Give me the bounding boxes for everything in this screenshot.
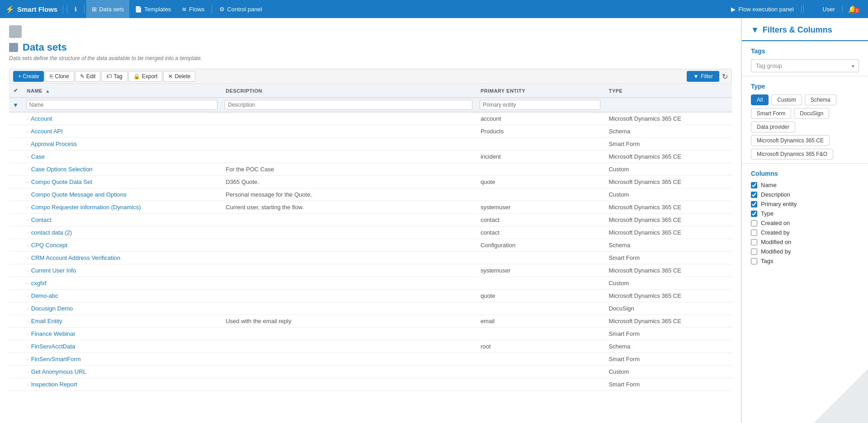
col-label-description: Description	[761, 191, 790, 198]
filter-description-input[interactable]	[225, 100, 472, 110]
row-check-cell[interactable]	[9, 328, 23, 340]
row-check-cell[interactable]	[9, 302, 23, 315]
filter-desc-cell[interactable]	[221, 98, 476, 112]
filter-button[interactable]: ▼ Filter	[687, 71, 719, 82]
row-check-cell[interactable]	[9, 353, 23, 366]
check-all-icon[interactable]: ✔	[14, 88, 18, 93]
col-checkbox-primary-entity[interactable]	[751, 201, 757, 207]
row-description-cell	[221, 150, 476, 163]
col-checkbox-tags[interactable]	[751, 258, 757, 264]
col-checkbox-name[interactable]	[751, 182, 757, 188]
row-check-cell[interactable]	[9, 163, 23, 176]
type-filter-btn-microsoft-dynamics-365-f&o[interactable]: Microsoft Dynamics 365 F&O	[751, 149, 833, 160]
row-name-link[interactable]: Get Anonymous URL	[31, 368, 86, 375]
row-type-cell: Smart Form	[604, 252, 732, 264]
row-name-link[interactable]: Compo Quote Data Set	[31, 179, 92, 185]
type-filter-btn-microsoft-dynamics-365-ce[interactable]: Microsoft Dynamics 365 CE	[751, 135, 830, 146]
filter-name-cell[interactable]	[23, 98, 222, 112]
row-name-link[interactable]: Current User Info	[31, 267, 76, 274]
row-check-cell[interactable]	[9, 290, 23, 302]
filter-entity-input[interactable]	[480, 100, 601, 110]
col-checkbox-created-by[interactable]	[751, 230, 757, 236]
row-name-link[interactable]: Finance Webinar	[31, 330, 75, 337]
type-filter-btn-schema[interactable]: Schema	[805, 94, 836, 105]
clone-button[interactable]: ⎘ Clone	[45, 71, 74, 82]
export-button[interactable]: 🔒 Export	[128, 71, 163, 82]
row-check-cell[interactable]	[9, 340, 23, 353]
type-filter-btn-smart-form[interactable]: Smart Form	[751, 108, 791, 119]
row-check-cell[interactable]	[9, 366, 23, 378]
refresh-button[interactable]: ↻	[722, 72, 728, 81]
row-check-cell[interactable]	[9, 112, 23, 125]
table-row: · Email Entity Used with the email reply…	[9, 315, 732, 328]
row-check-cell[interactable]	[9, 138, 23, 150]
nav-templates[interactable]: 📄 Templates	[129, 0, 176, 18]
row-name-link[interactable]: Compo Requester information (Dynamics)	[31, 204, 141, 211]
row-name-link[interactable]: Inspection Report	[31, 381, 77, 388]
row-name-link[interactable]: Approval Process	[31, 141, 77, 147]
row-dot: ·	[27, 242, 29, 249]
edit-button[interactable]: ✎ Edit	[75, 71, 101, 82]
row-dot: ·	[27, 204, 29, 211]
type-filter-btn-custom[interactable]: Custom	[771, 94, 802, 105]
row-check-cell[interactable]	[9, 188, 23, 201]
row-check-cell[interactable]	[9, 226, 23, 239]
filter-name-input[interactable]	[26, 100, 218, 110]
brand-logo[interactable]: ⚡ Smart Flows	[5, 5, 63, 14]
user-menu[interactable]: 👤 User	[806, 6, 843, 13]
type-filter-btn-docusign[interactable]: DocuSign	[794, 108, 829, 119]
row-type-cell: Microsoft Dynamics 365 CE	[604, 226, 732, 239]
type-filter-btn-all[interactable]: All	[751, 94, 769, 105]
row-check-cell[interactable]	[9, 315, 23, 328]
row-name-link[interactable]: Compo Quote Message and Options	[31, 191, 127, 198]
row-name-link[interactable]: contact data (2)	[31, 229, 72, 236]
row-check-cell[interactable]	[9, 214, 23, 226]
type-filter-btn-data-provider[interactable]: Data provider	[751, 122, 795, 132]
col-checkbox-modified-on[interactable]	[751, 239, 757, 245]
row-check-cell[interactable]	[9, 150, 23, 163]
row-name-link[interactable]: Contact	[31, 216, 52, 223]
row-name-link[interactable]: Account API	[31, 128, 63, 135]
row-name-link[interactable]: Account	[31, 115, 52, 122]
nav-control-panel[interactable]: ⚙ Control panel	[214, 0, 267, 18]
nav-flows[interactable]: ≋ Flows	[176, 0, 210, 18]
row-name-link[interactable]: Docusign Demo	[31, 305, 73, 312]
col-checkbox-modified-by[interactable]	[751, 249, 757, 255]
create-button[interactable]: + Create	[13, 71, 44, 82]
row-name-link[interactable]: Case Options Selection	[31, 166, 93, 173]
row-name-link[interactable]: Email Entity	[31, 318, 62, 324]
col-checkbox-type[interactable]	[751, 211, 757, 217]
col-checkbox-description[interactable]	[751, 192, 757, 198]
tag-button[interactable]: 🏷 Tag	[101, 71, 127, 82]
row-name-link[interactable]: Case	[31, 153, 45, 160]
content-area: Data sets Data sets define the structure…	[0, 18, 741, 423]
table-row: · Get Anonymous URL Custom	[9, 366, 732, 378]
row-name-link[interactable]: FinServSmartForm	[31, 356, 81, 362]
flow-execution-panel[interactable]: ▶ Flow execution panel	[724, 6, 801, 13]
filter-entity-cell[interactable]	[476, 98, 604, 112]
nav-datasets[interactable]: ⊞ Data sets	[86, 0, 129, 18]
row-check-cell[interactable]	[9, 277, 23, 290]
notifications-bell[interactable]: 🔔 1	[843, 5, 863, 14]
row-check-cell[interactable]	[9, 252, 23, 264]
row-name-link[interactable]: FinServAcctData	[31, 343, 75, 350]
row-check-cell[interactable]	[9, 176, 23, 188]
table-row: · Approval Process Smart Form	[9, 138, 732, 150]
row-check-cell[interactable]	[9, 239, 23, 252]
row-name-link[interactable]: cxgfxf	[31, 280, 47, 287]
nav-info-icon[interactable]: ℹ	[69, 0, 82, 18]
row-name-link[interactable]: CPQ Concept	[31, 242, 67, 249]
row-name-link[interactable]: CRM Account Address Verification	[31, 254, 120, 261]
row-check-cell[interactable]	[9, 378, 23, 391]
row-description-cell: For the POC Case	[221, 163, 476, 176]
row-check-cell[interactable]	[9, 201, 23, 214]
delete-button[interactable]: ✕ Delete	[163, 71, 195, 82]
tag-group-select[interactable]: Tag group	[751, 59, 859, 72]
row-entity-cell: contact	[476, 214, 604, 226]
row-check-cell[interactable]	[9, 264, 23, 277]
col-checkbox-created-on[interactable]	[751, 220, 757, 226]
row-description-cell	[221, 378, 476, 391]
row-check-cell[interactable]	[9, 125, 23, 138]
col-header-name[interactable]: NAME ▲	[23, 84, 222, 98]
row-name-link[interactable]: Demo-abc	[31, 292, 58, 299]
